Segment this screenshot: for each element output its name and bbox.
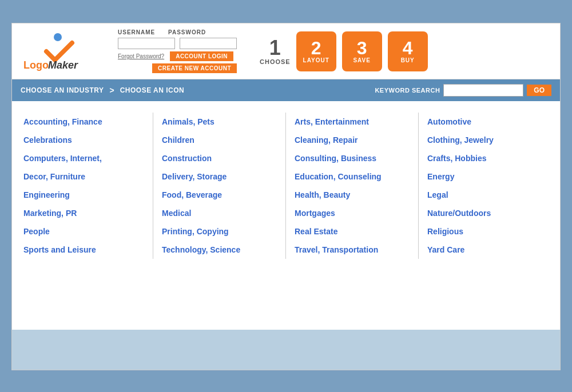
category-item[interactable]: Education, Counseling bbox=[295, 167, 410, 186]
step-2-label: LAYOUT bbox=[303, 57, 329, 63]
login-area: USERNAME PASSWORD Forgot Password? ACCOU… bbox=[118, 29, 237, 73]
category-item[interactable]: Mortgages bbox=[295, 204, 410, 222]
category-item[interactable]: Clothing, Jewelry bbox=[427, 131, 543, 149]
svg-text:Maker: Maker bbox=[48, 59, 78, 71]
create-account-button[interactable]: CREATE NEW ACCOUNT bbox=[152, 63, 237, 73]
category-item[interactable]: Legal bbox=[427, 186, 543, 204]
step-4-badge[interactable]: 4 BUY bbox=[388, 31, 428, 71]
category-col-4: AutomotiveClothing, JewelryCrafts, Hobbi… bbox=[419, 113, 551, 259]
go-button[interactable]: GO bbox=[527, 85, 551, 96]
category-col-1: Accounting, FinanceCelebrationsComputers… bbox=[21, 113, 153, 259]
username-input[interactable] bbox=[118, 38, 175, 49]
step-3-label: SAVE bbox=[353, 57, 371, 63]
account-login-button[interactable]: ACCOUNT LOGIN bbox=[170, 51, 233, 61]
category-col-2: Animals, PetsChildrenConstructionDeliver… bbox=[153, 113, 286, 259]
keyword-search-area: KEYWORD SEARCH GO bbox=[375, 84, 551, 97]
step-1: 1 CHOOSE bbox=[260, 38, 291, 65]
logo-icon: Logo Maker bbox=[21, 31, 95, 71]
categories-grid: Accounting, FinanceCelebrationsComputers… bbox=[21, 113, 551, 259]
category-item[interactable]: Medical bbox=[162, 204, 277, 222]
category-item[interactable]: Construction bbox=[162, 149, 277, 167]
category-item[interactable]: Yard Care bbox=[427, 241, 543, 259]
username-row: USERNAME PASSWORD bbox=[118, 29, 237, 35]
category-item[interactable]: Health, Beauty bbox=[295, 186, 410, 204]
category-item[interactable]: Technology, Science bbox=[162, 241, 277, 259]
forgot-password-link[interactable]: Forgot Password? bbox=[118, 53, 164, 59]
category-item[interactable]: Travel, Transportation bbox=[295, 241, 410, 259]
category-item[interactable]: Marketing, PR bbox=[23, 204, 144, 222]
password-input[interactable] bbox=[180, 38, 237, 49]
category-item[interactable]: Crafts, Hobbies bbox=[427, 149, 543, 167]
category-item[interactable]: Children bbox=[162, 131, 277, 149]
category-item[interactable]: Computers, Internet, bbox=[23, 149, 144, 167]
logo-area: Logo Maker bbox=[21, 31, 106, 71]
svg-text:Logo: Logo bbox=[23, 59, 49, 71]
category-item[interactable]: Celebrations bbox=[23, 131, 144, 149]
category-item[interactable]: Sports and Leisure bbox=[23, 241, 144, 259]
steps-area: 1 CHOOSE 2 LAYOUT 3 SAVE 4 BUY bbox=[260, 31, 428, 71]
footer-area bbox=[12, 330, 560, 370]
category-item[interactable]: Printing, Copying bbox=[162, 222, 277, 241]
step-4-number: 4 bbox=[403, 39, 413, 57]
actions-row: Forgot Password? ACCOUNT LOGIN bbox=[118, 51, 237, 61]
category-item[interactable]: Consulting, Business bbox=[295, 149, 410, 167]
step-2-badge[interactable]: 2 LAYOUT bbox=[296, 31, 336, 71]
category-item[interactable]: Cleaning, Repair bbox=[295, 131, 410, 149]
nav-choose-icon[interactable]: CHOOSE AN ICON bbox=[120, 86, 185, 94]
category-item[interactable]: Animals, Pets bbox=[162, 113, 277, 131]
category-item[interactable]: People bbox=[23, 222, 144, 241]
category-item[interactable]: Arts, Entertainment bbox=[295, 113, 410, 131]
breadcrumb: CHOOSE AN INDUSTRY > CHOOSE AN ICON bbox=[21, 86, 184, 95]
outer-container: Logo Maker USERNAME PASSWORD Forgot Pass… bbox=[0, 11, 572, 382]
category-item[interactable]: Energy bbox=[427, 167, 543, 186]
step-2-number: 2 bbox=[311, 39, 321, 57]
category-item[interactable]: Decor, Furniture bbox=[23, 167, 144, 186]
nav-bar: CHOOSE AN INDUSTRY > CHOOSE AN ICON KEYW… bbox=[12, 79, 560, 101]
keyword-search-label: KEYWORD SEARCH bbox=[375, 87, 440, 94]
svg-point-0 bbox=[54, 33, 62, 41]
password-label: PASSWORD bbox=[168, 29, 214, 35]
username-label: USERNAME bbox=[118, 29, 164, 35]
category-item[interactable]: Religious bbox=[427, 222, 543, 241]
create-account-row: CREATE NEW ACCOUNT bbox=[118, 63, 237, 73]
inputs-row bbox=[118, 38, 237, 49]
step-3-number: 3 bbox=[357, 39, 367, 57]
step-4-label: BUY bbox=[401, 57, 415, 63]
keyword-search-input[interactable] bbox=[443, 84, 523, 97]
category-item[interactable]: Delivery, Storage bbox=[162, 167, 277, 186]
content-area: Accounting, FinanceCelebrationsComputers… bbox=[12, 101, 560, 330]
category-item[interactable]: Automotive bbox=[427, 113, 543, 131]
category-item[interactable]: Food, Beverage bbox=[162, 186, 277, 204]
header: Logo Maker USERNAME PASSWORD Forgot Pass… bbox=[12, 23, 560, 79]
category-item[interactable]: Engineering bbox=[23, 186, 144, 204]
step-1-label: CHOOSE bbox=[260, 58, 291, 65]
step-1-number: 1 bbox=[269, 38, 281, 58]
category-col-3: Arts, EntertainmentCleaning, RepairConsu… bbox=[286, 113, 419, 259]
nav-separator: > bbox=[109, 86, 114, 95]
nav-choose-industry[interactable]: CHOOSE AN INDUSTRY bbox=[21, 86, 104, 94]
category-item[interactable]: Nature/Outdoors bbox=[427, 204, 543, 222]
step-3-badge[interactable]: 3 SAVE bbox=[342, 31, 382, 71]
category-item[interactable]: Real Estate bbox=[295, 222, 410, 241]
main-wrapper: Logo Maker USERNAME PASSWORD Forgot Pass… bbox=[11, 23, 561, 370]
category-item[interactable]: Accounting, Finance bbox=[23, 113, 144, 131]
